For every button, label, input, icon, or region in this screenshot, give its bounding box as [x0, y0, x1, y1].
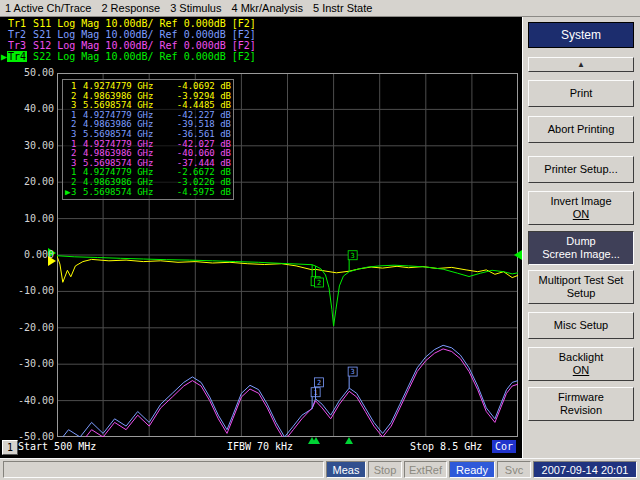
trace-definition: Tr1 S11 Log Mag 10.00dB/ Ref 0.000dB [F2…	[1, 18, 256, 29]
up-arrow-icon: ▲	[577, 58, 585, 71]
svg-text:3: 3	[351, 368, 355, 376]
invert-image-state: ON	[573, 208, 590, 221]
dump-screen-image-label-1: Dump	[566, 235, 595, 248]
print-button-label: Print	[570, 87, 593, 100]
printer-setup-button-label: Printer Setup...	[544, 163, 617, 176]
backlight-button[interactable]: Backlight ON	[528, 347, 634, 381]
menu-instr-state[interactable]: 5 Instr State	[313, 2, 372, 14]
status-meas: Meas	[326, 461, 366, 478]
y-axis-label: 50.00	[16, 67, 54, 79]
y-axis-label: 40.00	[16, 103, 54, 115]
marker-axis-indicator	[345, 437, 353, 444]
menu-mkr-analysis[interactable]: 4 Mkr/Analysis	[231, 2, 303, 14]
correction-badge: Cor	[492, 440, 516, 453]
y-axis-label: -10.00	[16, 285, 54, 297]
ref-level-marker-green-right	[514, 250, 522, 260]
marker-axis-indicator	[312, 437, 320, 444]
status-stop: Stop	[368, 461, 402, 478]
backlight-state: ON	[573, 364, 590, 377]
y-axis-label: -50.00	[16, 431, 54, 443]
trace-definition: ▶Tr4 S22 Log Mag 10.00dB/ Ref 0.000dB [F…	[1, 51, 256, 62]
printer-setup-button[interactable]: Printer Setup...	[528, 156, 634, 183]
y-axis-label: -40.00	[16, 395, 54, 407]
firmware-revision-label-1: Firmware	[558, 391, 604, 404]
misc-setup-button-label: Misc Setup	[554, 319, 608, 332]
menu-response[interactable]: 2 Response	[101, 2, 160, 14]
svg-text:3: 3	[351, 252, 355, 260]
y-axis-label: -20.00	[16, 322, 54, 334]
dump-screen-image-label-2: Screen Image...	[542, 248, 620, 261]
print-button[interactable]: Print	[528, 80, 634, 107]
marker-table: 14.9274779 GHz-4.0692 dB 24.9863986 GHz-…	[62, 79, 234, 200]
trace-definition: Tr3 S12 Log Mag 10.00dB/ Ref 0.000dB [F2…	[1, 40, 256, 51]
stop-frequency-label: Stop 8.5 GHz	[410, 440, 482, 454]
firmware-revision-label-2: Revision	[560, 404, 602, 417]
scroll-up-button[interactable]: ▲	[528, 57, 634, 72]
stimulus-footer: 1 Start 500 MHz IFBW 70 kHz Stop 8.5 GHz…	[0, 440, 522, 456]
backlight-button-label: Backlight	[559, 351, 604, 364]
y-axis-label: 10.00	[16, 213, 54, 225]
abort-printing-button[interactable]: Abort Printing	[528, 116, 634, 143]
abort-printing-button-label: Abort Printing	[548, 123, 615, 136]
status-svc: Svc	[497, 461, 531, 478]
trace-definition: Tr2 S21 Log Mag 10.00dB/ Ref 0.000dB [F2…	[1, 29, 256, 40]
svg-text:2: 2	[317, 279, 321, 287]
misc-setup-button[interactable]: Misc Setup	[528, 312, 634, 339]
y-axis-label: 0.000	[16, 249, 54, 261]
dump-screen-image-button[interactable]: Dump Screen Image...	[528, 231, 634, 265]
y-axis-label: -30.00	[16, 358, 54, 370]
status-ready: Ready	[449, 461, 495, 478]
multiport-test-set-button[interactable]: Multiport Test Set Setup	[528, 270, 634, 304]
softkey-menu: System ▲ Print Abort Printing Printer Se…	[522, 17, 640, 458]
lcd-display: Tr1 S11 Log Mag 10.00dB/ Ref 0.000dB [F2…	[0, 17, 522, 458]
multiport-test-set-label-1: Multiport Test Set	[539, 274, 624, 287]
status-extref: ExtRef	[404, 461, 447, 478]
invert-image-button[interactable]: Invert Image ON	[528, 191, 634, 225]
multiport-test-set-label-2: Setup	[567, 287, 596, 300]
trace-definitions: Tr1 S11 Log Mag 10.00dB/ Ref 0.000dB [F2…	[1, 18, 256, 62]
menu-stimulus[interactable]: 3 Stimulus	[170, 2, 221, 14]
softkey-menu-title: System	[528, 22, 634, 48]
y-axis-label: 20.00	[16, 176, 54, 188]
invert-image-button-label: Invert Image	[550, 195, 611, 208]
menu-bar: 1 Active Ch/Trace 2 Response 3 Stimulus …	[0, 0, 640, 17]
marker-table-row: ▶35.5698574 GHz-4.5975 dB	[65, 188, 231, 198]
menu-active-ch-trace[interactable]: 1 Active Ch/Trace	[5, 2, 91, 14]
status-bar: Meas Stop ExtRef Ready Svc 2007-09-14 20…	[0, 458, 640, 480]
svg-text:2: 2	[317, 379, 321, 387]
y-axis-label: 30.00	[16, 140, 54, 152]
status-datetime: 2007-09-14 20:01	[533, 461, 637, 478]
firmware-revision-button[interactable]: Firmware Revision	[528, 387, 634, 421]
status-blank-segment	[3, 461, 324, 478]
